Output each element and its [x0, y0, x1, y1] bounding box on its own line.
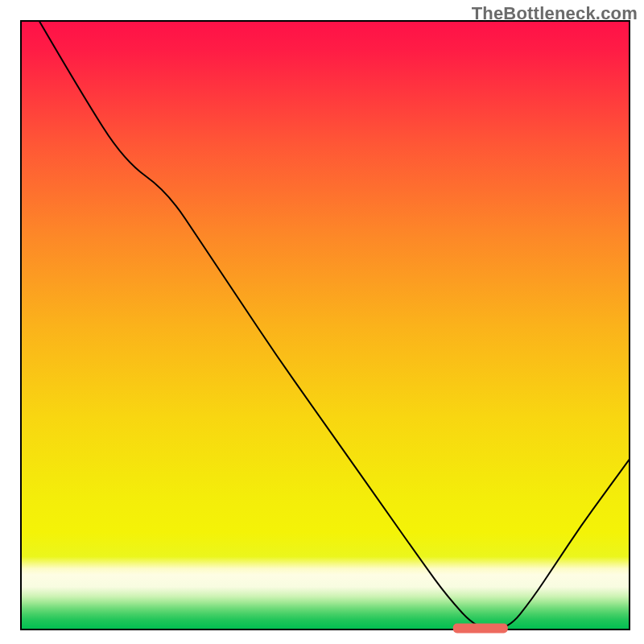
bottleneck-chart: [0, 0, 644, 644]
chart-container: TheBottleneck.com: [0, 0, 644, 644]
plot-background: [21, 21, 630, 630]
optimal-marker: [453, 623, 508, 633]
watermark-label: TheBottleneck.com: [472, 3, 638, 24]
